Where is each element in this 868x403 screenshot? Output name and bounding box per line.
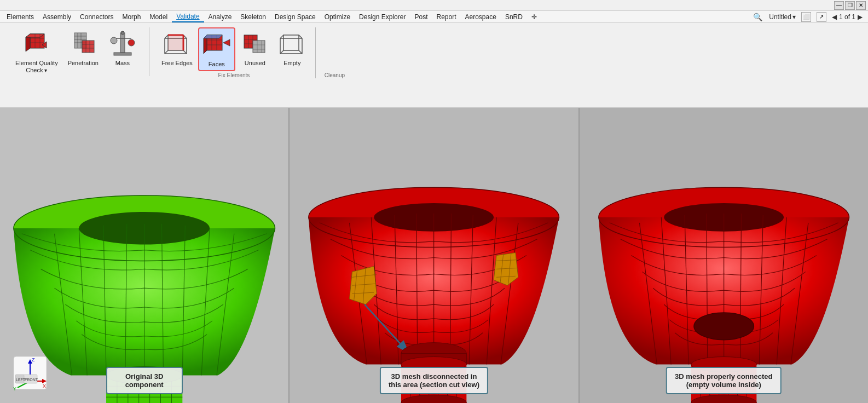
export-button[interactable]: ↗ xyxy=(817,12,826,22)
menu-post[interactable]: Post xyxy=(410,12,432,22)
toolbar-group-cleanup: Cleanup xyxy=(316,27,354,78)
menu-assembly[interactable]: Assembly xyxy=(38,12,76,22)
close-button[interactable]: ✕ xyxy=(856,1,866,10)
mass-label: Mass xyxy=(115,60,130,67)
svg-text:X: X xyxy=(43,383,46,389)
menu-analyze[interactable]: Analyze xyxy=(204,12,236,22)
dropdown-arrow-icon: ▾ xyxy=(792,13,796,21)
faces-button[interactable]: Faces xyxy=(198,27,235,71)
toolbar: Element QualityCheck ▾ xyxy=(0,23,868,108)
svg-point-23 xyxy=(128,39,135,46)
svg-rect-51 xyxy=(253,41,265,53)
menu-morph[interactable]: Morph xyxy=(118,12,145,22)
svg-rect-19 xyxy=(120,33,125,53)
menu-plus[interactable]: ✛ xyxy=(527,12,541,22)
unused-icon xyxy=(241,30,269,58)
svg-point-24 xyxy=(121,31,124,34)
menu-optimize[interactable]: Optimize xyxy=(320,12,355,22)
svg-line-58 xyxy=(299,35,302,38)
search-button[interactable]: 🔍 xyxy=(751,11,763,23)
panel-right: 3D mesh properly connected(empty volume … xyxy=(580,108,868,403)
panel-middle: 3D mesh disconnected inthis area (sectio… xyxy=(290,108,579,403)
unused-label: Unused xyxy=(245,60,265,67)
caption-left: Original 3Dcomponent xyxy=(106,367,183,394)
faces-label: Faces xyxy=(209,61,225,68)
menu-elements[interactable]: Elements xyxy=(2,12,38,22)
menu-model[interactable]: Model xyxy=(145,12,172,22)
svg-text:FRONT: FRONT xyxy=(25,378,38,382)
menu-report[interactable]: Report xyxy=(432,12,460,22)
element-quality-button[interactable]: Element QualityCheck ▾ xyxy=(12,27,61,76)
menu-skeleton[interactable]: Skeleton xyxy=(236,12,270,22)
empty-label: Empty xyxy=(283,60,300,67)
minimize-button[interactable]: — xyxy=(834,1,844,10)
title-bar: — ❐ ✕ xyxy=(0,0,868,11)
element-quality-label: Element QualityCheck ▾ xyxy=(15,60,58,74)
free-edges-button[interactable]: Free Edges xyxy=(158,27,196,69)
svg-line-60 xyxy=(280,50,283,54)
page-navigation: ◀ 1 of 1 ▶ xyxy=(832,13,863,21)
prev-page-icon[interactable]: ◀ xyxy=(832,13,837,21)
svg-line-59 xyxy=(299,50,302,54)
svg-text:Y: Y xyxy=(13,386,16,392)
viewport: Z X Y FRONT LEFT Original 3Dcomponent xyxy=(0,108,868,403)
svg-rect-14 xyxy=(82,41,94,53)
svg-line-57 xyxy=(280,35,283,38)
svg-line-26 xyxy=(165,35,168,38)
untitled-dropdown[interactable]: Untitled ▾ xyxy=(769,13,796,21)
svg-line-29 xyxy=(165,50,168,54)
svg-marker-44 xyxy=(204,35,222,38)
svg-text:LEFT: LEFT xyxy=(16,378,26,382)
toolbar-group-fix-elements: Free Edges xyxy=(149,27,316,78)
svg-line-28 xyxy=(183,50,187,54)
menu-connectors[interactable]: Connectors xyxy=(76,12,118,22)
free-edges-icon xyxy=(163,30,191,58)
svg-rect-56 xyxy=(283,35,299,50)
menu-snrd[interactable]: SnRD xyxy=(501,12,527,22)
menu-design-explorer[interactable]: Design Explorer xyxy=(355,12,410,22)
element-quality-icon xyxy=(22,30,51,58)
menu-design-space[interactable]: Design Space xyxy=(270,12,320,22)
caption-right: 3D mesh properly connected(empty volume … xyxy=(666,367,781,394)
svg-point-22 xyxy=(111,37,117,44)
panel-left: Z X Y FRONT LEFT Original 3Dcomponent xyxy=(0,108,290,403)
axis-widget: Z X Y FRONT LEFT xyxy=(11,354,49,392)
toolbar-group-quality: Element QualityCheck ▾ xyxy=(5,27,149,76)
window-square-button[interactable]: ⬜ xyxy=(801,12,811,22)
svg-marker-45 xyxy=(223,39,230,46)
fix-elements-label: Fix Elements xyxy=(158,72,310,78)
next-page-icon[interactable]: ▶ xyxy=(858,13,863,21)
unused-button[interactable]: Unused xyxy=(238,27,273,69)
penetration-button[interactable]: Penetration xyxy=(65,27,102,69)
restore-button[interactable]: ❐ xyxy=(845,1,855,10)
free-edges-label: Free Edges xyxy=(161,60,193,67)
menu-aerospace[interactable]: Aerospace xyxy=(461,12,501,22)
svg-point-153 xyxy=(694,313,754,340)
caption-middle: 3D mesh disconnected inthis area (sectio… xyxy=(380,367,488,394)
svg-rect-36 xyxy=(168,35,183,50)
faces-icon xyxy=(202,31,231,59)
empty-button[interactable]: Empty xyxy=(275,27,310,69)
penetration-icon xyxy=(69,30,97,58)
mass-icon xyxy=(108,30,137,58)
svg-rect-20 xyxy=(114,53,131,55)
menu-bar: Elements Assembly Connectors Morph Model… xyxy=(0,11,868,23)
penetration-label: Penetration xyxy=(68,60,99,67)
menu-validate[interactable]: Validate xyxy=(172,11,204,22)
svg-text:Z: Z xyxy=(32,357,35,362)
cleanup-label: Cleanup xyxy=(325,72,345,78)
mass-button[interactable]: Mass xyxy=(105,27,140,69)
empty-icon xyxy=(278,30,306,58)
